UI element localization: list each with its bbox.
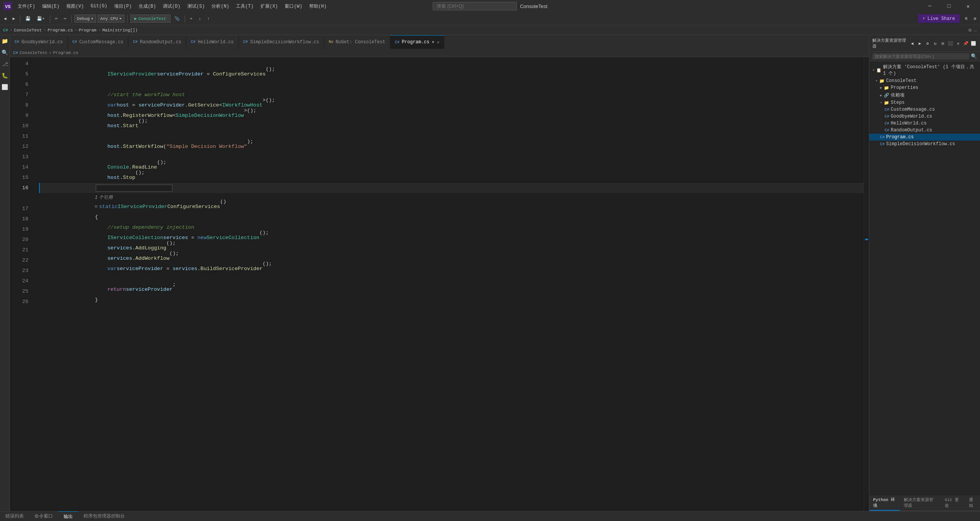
tree-program[interactable]: C# Program.cs [869, 134, 980, 141]
se-close-icon[interactable]: ✕ [955, 40, 962, 47]
steps-label: Steps [891, 100, 905, 105]
maximize-button[interactable]: □ [940, 0, 958, 12]
bottom-tab-output[interactable]: 输出 [58, 511, 78, 521]
code-line-26: } [39, 295, 864, 305]
menu-tools[interactable]: 工具(T) [233, 2, 257, 11]
tree-root-solution[interactable]: ▾ 📋 解决方案 'ConsoleTest' (1 个项目，共 1 个) [869, 63, 980, 77]
toolbar-step-out[interactable]: ↑ [205, 15, 212, 22]
toolbar-settings[interactable]: ⚙ [971, 15, 978, 22]
cs-icon: C# [885, 121, 889, 126]
close-button[interactable]: ✕ [959, 0, 977, 12]
tree-project[interactable]: ▾ 📁 ConsoleTest [869, 77, 980, 84]
cs-file-icon: C# [243, 40, 248, 44]
search-icon[interactable]: 🔍 [971, 53, 977, 59]
menu-help[interactable]: 帮助(H) [306, 2, 330, 11]
file-path-bar: C# ConsoleTest › Program.cs [10, 49, 869, 57]
toolbar-undo[interactable]: ↩ [53, 15, 60, 22]
se-expand-icon[interactable]: ⬜ [970, 40, 977, 47]
tree-goodbyeworld[interactable]: C# GoodbyeWorld.cs [869, 113, 980, 120]
se-collapse-all-icon[interactable]: ⊟ [939, 40, 946, 47]
activity-extensions[interactable]: ⬜ [1, 83, 9, 91]
toolbar-forward[interactable]: ▶ [10, 15, 18, 22]
code-editor[interactable]: 4 5 6 7 8 9 10 11 12 13 14 15 16 17 18 1… [10, 57, 869, 511]
solution-explorer-panel: 解决方案资源管理器 ◀ ▶ ⚙ ↻ ⊟ ⬛ ✕ 📌 ⬜ 🔍 ▾ 📋 解决方案 ' [869, 35, 980, 511]
menu-git[interactable]: Git(G) [88, 2, 110, 10]
menu-project[interactable]: 项目(P) [111, 2, 135, 11]
menu-file[interactable]: 文件(F) [15, 2, 38, 11]
code-content[interactable]: IServiceProvider serviceProvider = Confi… [33, 57, 864, 511]
breadcrumb-class[interactable]: Program.cs [48, 28, 73, 33]
toolbar-attach[interactable]: 📎 [172, 15, 182, 22]
toolbar-step-over[interactable]: ↷ [188, 15, 195, 22]
bottom-tab-packagemanager[interactable]: 程序包管理器控制台 [78, 511, 130, 521]
menu-edit[interactable]: 编辑(E) [39, 2, 63, 11]
minimap-scrollbar[interactable] [864, 57, 869, 511]
tree-custommessage[interactable]: C# CustomMessage.cs [869, 106, 980, 113]
toolbar-redo[interactable]: ↪ [61, 15, 69, 22]
line-num-11: 11 [10, 131, 28, 141]
editor-breadcrumb-bar: C# › ConsoleTest › Program.cs › Program … [0, 25, 980, 35]
toolbar-save[interactable]: 💾 [23, 15, 33, 22]
tree-helloworld[interactable]: C# HelloWorld.cs [869, 120, 980, 127]
activity-git[interactable]: ⎇ [1, 60, 9, 68]
tree-dependencies[interactable]: ▶ 🔗 依赖项 [869, 91, 980, 99]
toolbar-account[interactable]: R [963, 15, 970, 22]
se-back-icon[interactable]: ◀ [909, 40, 916, 47]
split-editor-button[interactable]: ⊞ [969, 27, 972, 33]
line-num-8: 8 [10, 100, 28, 110]
run-button[interactable]: ▶ ConsoleTest [130, 15, 170, 23]
breadcrumb-member[interactable]: Program [79, 28, 96, 33]
breadcrumb-method[interactable]: Main(string[]) [102, 28, 138, 33]
bottom-tab-errors[interactable]: 错误列表 [0, 511, 29, 521]
breadcrumb-file[interactable]: ConsoleTest [14, 28, 42, 33]
tree-steps-folder[interactable]: ▾ 📁 Steps [869, 99, 980, 106]
se-refresh-icon[interactable]: ↻ [932, 40, 939, 47]
cpu-dropdown[interactable]: Any CPU ▾ [98, 15, 125, 23]
se-filter-icon[interactable]: ⬛ [947, 40, 954, 47]
se-forward-icon[interactable]: ▶ [916, 40, 923, 47]
global-search-input[interactable] [433, 2, 517, 10]
minimize-button[interactable]: ─ [921, 0, 939, 12]
debug-mode-dropdown[interactable]: Debug ▾ [74, 15, 96, 23]
toolbar-save-all[interactable]: 💾+ [34, 15, 47, 22]
live-share-button[interactable]: ⚡ Live Share [918, 14, 960, 23]
activity-explorer[interactable]: 📁 [1, 37, 9, 45]
activity-search[interactable]: 🔍 [1, 48, 9, 57]
line-num-25: 25 [10, 286, 28, 297]
menu-test[interactable]: 测试(S) [184, 2, 208, 11]
solution-search-input[interactable] [872, 53, 969, 59]
menu-analyze[interactable]: 分析(N) [208, 2, 232, 11]
tab-simpledecision[interactable]: C# SimpleDecisionWorkflow.cs [239, 35, 324, 49]
line-num-22: 22 [10, 255, 28, 265]
menu-view[interactable]: 视图(V) [63, 2, 87, 11]
rp-tab-notify[interactable]: 通知 [965, 495, 980, 511]
rp-tab-git[interactable]: Git 更改 [941, 495, 965, 511]
tree-properties[interactable]: ▶ 📁 Properties [869, 84, 980, 91]
toolbar-step-in[interactable]: ↓ [196, 15, 203, 22]
more-actions-button[interactable]: … [974, 27, 977, 33]
rp-tab-python[interactable]: Python 环境 [869, 495, 900, 511]
tab-goodbyeworld[interactable]: C# GoodbyeWorld.cs [10, 35, 68, 49]
tab-program[interactable]: C# Program.cs ● ✕ [390, 35, 444, 49]
bottom-tab-cmdwindow[interactable]: 命令窗口 [29, 511, 58, 521]
line-num-24: 24 [10, 276, 28, 286]
menu-debug[interactable]: 调试(D) [160, 2, 184, 11]
menu-build[interactable]: 生成(B) [136, 2, 159, 11]
tree-simpledecision[interactable]: C# SimpleDecisionWorkflow.cs [869, 141, 980, 147]
tab-nuget[interactable]: Nu NuGet: ConsoleTest [324, 35, 390, 49]
ref-hint-line: 1 个引用 [39, 193, 864, 202]
tree-randomoutput[interactable]: C# RandomOutput.cs [869, 127, 980, 134]
rp-tab-solution[interactable]: 解决方案资源管理器 [900, 495, 941, 511]
se-pin-icon[interactable]: 📌 [962, 40, 969, 47]
solution-explorer-toolbar: ◀ ▶ ⚙ ↻ ⊟ ⬛ ✕ 📌 ⬜ [909, 40, 977, 47]
activity-debug[interactable]: 🐛 [1, 71, 9, 80]
toolbar-back[interactable]: ◀ [2, 15, 9, 22]
menu-window[interactable]: 窗口(W) [282, 2, 305, 11]
se-properties-icon[interactable]: ⚙ [924, 40, 931, 47]
tab-randomoutput[interactable]: C# RandomOutput.cs [128, 35, 186, 49]
tab-close-button[interactable]: ✕ [437, 39, 439, 45]
code-line-14: Console.ReadLine(); [39, 162, 864, 172]
menu-extensions[interactable]: 扩展(X) [257, 2, 281, 11]
tab-helloworld[interactable]: C# HelloWorld.cs [186, 35, 239, 49]
tab-custommessage[interactable]: C# CustomMessage.cs [68, 35, 128, 49]
